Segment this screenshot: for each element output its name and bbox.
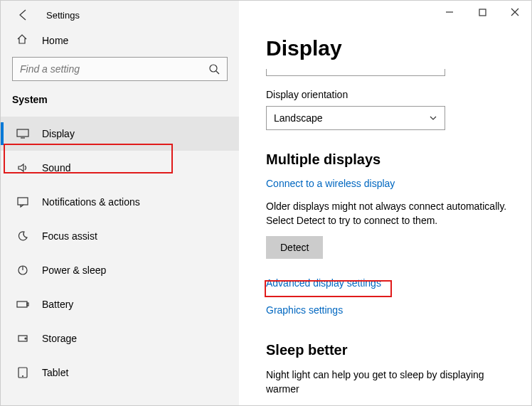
detect-info-text: Older displays might not always connect … [266, 200, 517, 228]
svg-point-0 [210, 65, 217, 72]
search-box[interactable] [12, 57, 228, 81]
sidebar-item-power-sleep[interactable]: Power & sleep [1, 253, 239, 287]
back-button[interactable] [16, 8, 31, 22]
maximize-icon [479, 9, 486, 16]
sidebar-item-label: Tablet [42, 367, 68, 378]
sidebar-item-label: Focus assist [42, 230, 97, 242]
home-icon [16, 33, 29, 47]
svg-point-7 [25, 338, 26, 339]
sidebar-item-battery[interactable]: Battery [1, 287, 239, 321]
sidebar-item-storage[interactable]: Storage [1, 321, 239, 356]
search-input[interactable] [20, 63, 208, 75]
power-icon [16, 264, 29, 277]
chevron-down-icon [429, 114, 437, 122]
speaker-icon [16, 161, 29, 174]
svg-rect-6 [18, 336, 27, 341]
orientation-dropdown[interactable]: Landscape [266, 106, 445, 130]
monitor-icon [16, 127, 29, 140]
sidebar-item-tablet[interactable]: Tablet [1, 356, 239, 390]
svg-rect-1 [17, 129, 28, 137]
page-title: Display [266, 36, 517, 60]
close-icon [511, 8, 519, 16]
wireless-display-link[interactable]: Connect to a wireless display [266, 178, 395, 188]
battery-icon [16, 298, 29, 311]
svg-rect-10 [479, 9, 486, 16]
sleep-better-heading: Sleep better [266, 342, 517, 358]
svg-point-9 [23, 376, 23, 377]
orientation-label: Display orientation [266, 89, 517, 100]
arrow-left-icon [17, 9, 30, 21]
close-button[interactable] [499, 1, 531, 23]
svg-rect-2 [18, 198, 28, 205]
minimize-icon [445, 8, 454, 16]
divider-box [266, 69, 445, 76]
minimize-button[interactable] [433, 1, 466, 23]
storage-icon [16, 332, 29, 345]
search-icon [208, 63, 220, 75]
svg-rect-5 [27, 303, 28, 306]
detect-button[interactable]: Detect [266, 236, 323, 259]
svg-rect-4 [17, 301, 27, 307]
window-title: Settings [46, 10, 80, 21]
sidebar-item-label: Notifications & actions [42, 196, 140, 208]
multiple-displays-heading: Multiple displays [266, 151, 517, 168]
sidebar-item-label: Storage [42, 333, 77, 344]
sidebar-item-label: Power & sleep [42, 265, 106, 276]
home-link[interactable]: Home [1, 29, 239, 57]
maximize-button[interactable] [466, 1, 499, 23]
sidebar-item-notifications[interactable]: Notifications & actions [1, 185, 239, 219]
graphics-settings-link[interactable]: Graphics settings [266, 305, 343, 315]
sleep-info-text: Night light can help you get to sleep by… [266, 368, 517, 396]
chat-icon [16, 196, 29, 208]
sidebar-item-label: Sound [42, 162, 70, 173]
home-label: Home [42, 35, 68, 46]
category-title: System [1, 94, 239, 117]
moon-icon [16, 230, 29, 242]
sidebar-item-label: Display [42, 128, 75, 139]
sidebar-item-sound[interactable]: Sound [1, 151, 239, 185]
sidebar-item-label: Battery [42, 299, 73, 310]
sidebar-item-display[interactable]: Display [1, 117, 239, 151]
sidebar-item-focus-assist[interactable]: Focus assist [1, 219, 239, 253]
orientation-value: Landscape [274, 112, 323, 124]
advanced-display-link[interactable]: Advanced display settings [266, 278, 381, 288]
tablet-icon [16, 366, 29, 379]
